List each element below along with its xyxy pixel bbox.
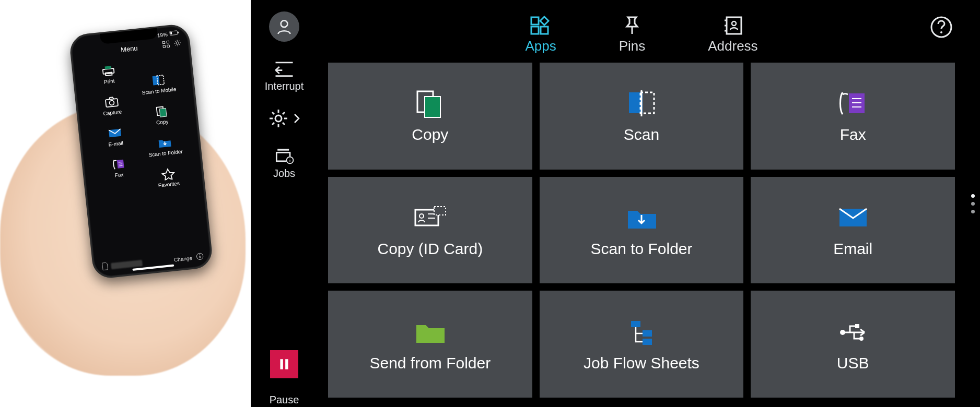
svg-text:i: i bbox=[289, 158, 290, 163]
smartphone-frame: 9:51 19% Menu Prin bbox=[68, 23, 214, 279]
svg-rect-56 bbox=[425, 97, 440, 117]
phone-app-fax[interactable]: Fax bbox=[93, 151, 143, 185]
phone-app-label: Print bbox=[103, 78, 115, 85]
svg-line-33 bbox=[272, 112, 274, 114]
app-tile-label: Scan bbox=[624, 126, 659, 143]
app-tile-label: USB bbox=[837, 354, 869, 372]
phone-app-capture[interactable]: Capture bbox=[87, 89, 137, 123]
pause-button[interactable] bbox=[270, 350, 298, 378]
app-tile-send-from-folder[interactable]: Send from Folder bbox=[328, 291, 532, 398]
help-icon bbox=[930, 16, 953, 39]
tab-address[interactable]: Address bbox=[708, 15, 757, 54]
sidebar-item-jobs[interactable]: i Jobs bbox=[273, 145, 296, 179]
apps-grid-icon bbox=[528, 15, 553, 36]
phone-app-label: Copy bbox=[156, 118, 169, 125]
phone-app-print[interactable]: Print bbox=[84, 57, 134, 91]
svg-rect-16 bbox=[159, 108, 167, 117]
phone-app-grid: Print Scan to Mobile Capture Copy E-mail… bbox=[73, 51, 210, 260]
svg-point-65 bbox=[419, 214, 424, 218]
app-tile-label: Copy (ID Card) bbox=[377, 240, 483, 258]
pause-icon bbox=[277, 357, 291, 371]
info-icon[interactable] bbox=[196, 253, 204, 261]
phone-app-label: Favorites bbox=[158, 181, 180, 188]
svg-rect-11 bbox=[152, 76, 159, 86]
chevron-right-icon bbox=[293, 113, 300, 124]
sidebar-item-label: Interrupt bbox=[265, 80, 304, 92]
svg-rect-4 bbox=[167, 41, 169, 43]
sidebar-item-interrupt[interactable]: Interrupt bbox=[265, 57, 304, 92]
phone-app-label: E-mail bbox=[108, 140, 123, 148]
svg-point-76 bbox=[859, 337, 864, 341]
gear-icon[interactable] bbox=[173, 39, 182, 49]
tab-label: Address bbox=[708, 38, 757, 54]
svg-rect-42 bbox=[280, 359, 283, 369]
phone-app-email[interactable]: E-mail bbox=[90, 119, 140, 153]
app-tile-scan-to-folder[interactable]: Scan to Folder bbox=[540, 177, 744, 284]
svg-rect-1 bbox=[178, 32, 179, 33]
pause-label: Pause bbox=[270, 394, 299, 406]
phone-app-scan-to-mobile[interactable]: Scan to Mobile bbox=[133, 67, 183, 101]
sidebar-item-settings[interactable] bbox=[268, 108, 300, 129]
app-tile-copy[interactable]: Copy bbox=[328, 63, 532, 170]
svg-point-54 bbox=[940, 31, 942, 33]
phone-mockup-area: 9:51 19% Menu Prin bbox=[0, 0, 251, 407]
svg-rect-13 bbox=[105, 99, 118, 107]
svg-point-7 bbox=[176, 42, 179, 45]
svg-rect-8 bbox=[102, 68, 114, 74]
app-tile-job-flow-sheets[interactable]: Job Flow Sheets bbox=[540, 291, 744, 398]
address-book-icon bbox=[720, 15, 745, 36]
svg-point-14 bbox=[109, 100, 114, 105]
page-indicator[interactable] bbox=[965, 0, 980, 407]
svg-rect-70 bbox=[631, 321, 640, 327]
svg-rect-46 bbox=[541, 27, 548, 34]
svg-line-34 bbox=[283, 123, 285, 125]
svg-point-25 bbox=[281, 20, 288, 27]
phone-app-label: Scan to Mobile bbox=[142, 86, 177, 95]
app-tile-label: Email bbox=[833, 240, 872, 258]
phone-app-copy[interactable]: Copy bbox=[136, 98, 186, 132]
phone-app-label: Scan to Folder bbox=[148, 149, 183, 158]
svg-rect-37 bbox=[277, 149, 289, 151]
app-tile-email[interactable]: Email bbox=[751, 177, 955, 284]
printer-panel: Interrupt i Jobs Pause Apps Pins bbox=[251, 0, 980, 407]
phone-app-favorites[interactable]: Favorites bbox=[143, 160, 193, 194]
status-battery-pct: 19% bbox=[157, 31, 168, 38]
svg-point-24 bbox=[199, 254, 200, 255]
svg-rect-43 bbox=[285, 359, 288, 369]
top-nav: Apps Pins Address bbox=[318, 4, 965, 54]
svg-rect-45 bbox=[531, 27, 539, 34]
app-tile-fax[interactable]: Fax bbox=[751, 63, 955, 170]
svg-rect-3 bbox=[162, 41, 165, 44]
app-tile-label: Fax bbox=[840, 126, 866, 143]
svg-rect-6 bbox=[167, 45, 170, 47]
pin-icon bbox=[620, 15, 645, 36]
app-tile-copy-id-card[interactable]: Copy (ID Card) bbox=[328, 177, 532, 284]
battery-icon bbox=[169, 30, 179, 37]
svg-point-52 bbox=[732, 21, 736, 26]
grid-icon[interactable] bbox=[162, 40, 170, 50]
page-dot bbox=[971, 210, 975, 213]
panel-sidebar: Interrupt i Jobs Pause bbox=[251, 0, 318, 407]
page-dot bbox=[971, 194, 975, 198]
tab-pins[interactable]: Pins bbox=[619, 15, 646, 54]
sidebar-item-label: Jobs bbox=[273, 167, 295, 179]
app-tile-label: Scan to Folder bbox=[590, 240, 692, 258]
app-tile-scan[interactable]: Scan bbox=[540, 63, 744, 170]
tab-apps[interactable]: Apps bbox=[525, 15, 556, 54]
app-grid: Copy Scan Fax Copy (ID Card) Scan to Fol… bbox=[318, 54, 965, 407]
user-button[interactable] bbox=[269, 11, 299, 42]
svg-rect-68 bbox=[434, 207, 446, 215]
app-tile-label: Copy bbox=[412, 126, 448, 143]
phone-app-scan-to-folder[interactable]: Scan to Folder bbox=[140, 129, 190, 163]
svg-line-35 bbox=[283, 112, 285, 114]
phone-app-label: Capture bbox=[103, 109, 122, 116]
svg-point-28 bbox=[275, 115, 282, 122]
tab-label: Apps bbox=[525, 38, 556, 54]
app-tile-usb[interactable]: USB bbox=[751, 291, 955, 398]
tab-label: Pins bbox=[619, 38, 646, 54]
phone-app-label: Fax bbox=[114, 172, 124, 178]
help-button[interactable] bbox=[930, 16, 953, 39]
app-tile-label: Job Flow Sheets bbox=[584, 354, 699, 372]
phone-change-button[interactable]: Change bbox=[173, 255, 192, 262]
app-tile-label: Send from Folder bbox=[369, 354, 491, 372]
